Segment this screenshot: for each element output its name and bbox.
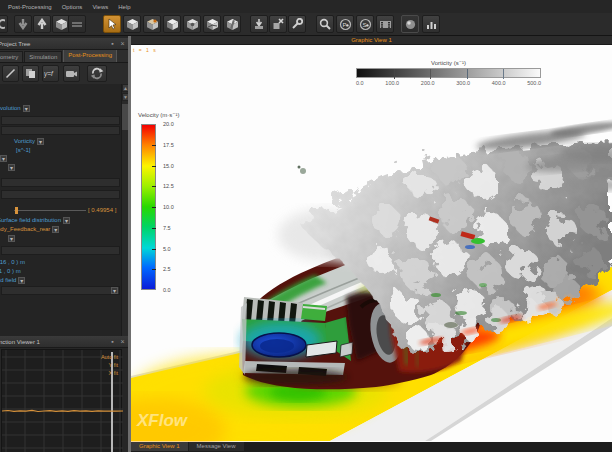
vorticity-colorbar [356, 68, 541, 78]
vel-tick: 17.5 [163, 142, 174, 148]
velocity-legend: Velocity (m·s⁻¹) 20.0 17.5 15.0 12.5 10.… [138, 111, 180, 118]
chart-view-icon[interactable] [422, 15, 440, 33]
chevron-down-icon[interactable]: ▾ [52, 226, 59, 233]
vel-tick: 15.0 [163, 163, 174, 169]
svg-text:y=f: y=f [44, 70, 54, 78]
tab-message-view[interactable]: Message View [189, 442, 244, 451]
vel-tick: 10.0 [163, 204, 174, 210]
vel-tick: 2.5 [163, 266, 171, 272]
chevron-down-icon[interactable]: ▾ [18, 277, 25, 284]
menu-views[interactable]: Views [92, 4, 108, 10]
post-processing-tree: Evolution▾ Vorticity▾ [s^-1] ▾ ▾ [ 0.499… [0, 84, 121, 336]
probe-s-icon[interactable]: S [356, 15, 374, 33]
velocity-legend-title: Velocity (m·s⁻¹) [138, 111, 180, 118]
svg-text:P: P [342, 21, 346, 27]
vort-tick: 0.0 [356, 80, 364, 86]
panel-tabs: Geometry Simulation Post-Processing [0, 50, 128, 63]
tree-item-body-feedback[interactable]: Body_Feedback_rear▾ [0, 225, 121, 234]
panel-toolbar: y=f [0, 63, 128, 85]
refresh-icon[interactable] [87, 65, 107, 82]
vorticity-legend: Vorticity (s⁻¹) 0.0 100.0 200.0 300.0 40… [356, 59, 541, 86]
menu-options[interactable]: Options [62, 4, 83, 10]
gear-icon[interactable] [0, 15, 8, 33]
probe-p-icon[interactable]: P [336, 15, 354, 33]
menu-bar: Post-Processing Options Views Help [0, 0, 612, 13]
tree-item-3dfield[interactable]: 3d field▾ [0, 276, 121, 285]
tab-post-processing[interactable]: Post-Processing [63, 50, 117, 62]
slider-row: [ 0.49954 ] [0, 206, 121, 215]
plot-legend-2[interactable]: Y fit [109, 362, 118, 368]
vort-tick: 500.0 [527, 80, 541, 86]
cube-volume-icon[interactable] [183, 15, 201, 33]
tab-geometry[interactable]: Geometry [0, 51, 23, 62]
graphic-view-titlebar: Graphic View 1 [131, 36, 612, 45]
tree-combobox[interactable]: ▾ [1, 286, 120, 295]
box-delete-icon[interactable] [269, 15, 287, 33]
cube-surface-icon[interactable] [163, 15, 181, 33]
film-icon[interactable] [376, 15, 394, 33]
vel-tick: 7.5 [163, 225, 171, 231]
chevron-down-icon[interactable]: ▾ [23, 105, 30, 112]
pin-icon[interactable]: ▪ [109, 40, 116, 47]
cube-section-icon[interactable] [223, 15, 241, 33]
arrow-down-icon[interactable] [14, 15, 32, 33]
tree-dropdown[interactable]: ▾ [0, 154, 121, 163]
arrow-up-icon[interactable] [33, 15, 51, 33]
vort-tick: 200.0 [421, 80, 435, 86]
tree-field[interactable] [1, 190, 120, 199]
tree-field[interactable] [1, 178, 120, 187]
tree-field[interactable] [1, 116, 120, 125]
vel-tick: 20.0 [163, 121, 174, 127]
pencil-icon[interactable] [2, 65, 19, 82]
vel-tick: 0.0 [163, 287, 171, 293]
box-import-icon[interactable] [250, 15, 268, 33]
cube-stream-icon[interactable] [203, 15, 221, 33]
function-viewer-title: Function Viewer 1 [0, 339, 40, 345]
save-icon[interactable] [68, 15, 86, 33]
close-icon[interactable]: × [119, 40, 126, 47]
function-viewer-header: Function Viewer 1 ▪ × [0, 336, 128, 348]
close-icon[interactable]: × [119, 338, 126, 345]
function-icon[interactable]: y=f [42, 65, 59, 82]
slider-handle [15, 207, 18, 214]
tree-dropdown[interactable]: ▾ [6, 234, 121, 243]
tree-dropdown[interactable]: ▾ [6, 163, 121, 172]
tab-graphic-view[interactable]: Graphic View 1 [131, 442, 188, 451]
svg-text:S: S [362, 21, 366, 27]
magnifier-icon[interactable] [316, 15, 334, 33]
plot-line [2, 410, 123, 411]
tree-item-evolution[interactable]: Evolution▾ [0, 104, 121, 113]
cursor-select-icon[interactable] [103, 15, 121, 33]
xflow-watermark: XFlow [137, 411, 187, 431]
tree-item-vorticity[interactable]: Vorticity▾ [14, 137, 121, 146]
slider-value: [ 0.49954 ] [88, 206, 116, 215]
pages-icon[interactable] [22, 65, 39, 82]
menu-post-processing[interactable]: Post-Processing [8, 4, 52, 10]
pin-icon[interactable]: ▪ [109, 338, 116, 345]
cube-cutplane-icon[interactable] [143, 15, 161, 33]
tree-item-coord1: ( 0.16 , 0 ) m [0, 258, 121, 267]
tree-field[interactable] [1, 246, 120, 255]
plot-legend-1[interactable]: Auto fit [101, 354, 118, 360]
function-plot[interactable] [1, 349, 122, 452]
vorticity-legend-title: Vorticity (s⁻¹) [356, 59, 541, 66]
sphere-view-icon[interactable] [401, 15, 419, 33]
graphic-view-canvas[interactable]: t = 1 s Vorticity (s⁻¹) 0.0 100.0 200.0 … [131, 45, 612, 442]
project-tree-header: Project Tree ▪ × [0, 38, 128, 50]
menu-help[interactable]: Help [118, 4, 130, 10]
chevron-down-icon[interactable]: ▾ [63, 217, 70, 224]
cube-iso-icon[interactable] [123, 15, 141, 33]
plot-legend-3[interactable]: X fit [109, 370, 118, 376]
chevron-down-icon[interactable]: ▾ [37, 138, 44, 145]
wrench-icon[interactable] [288, 15, 306, 33]
tab-simulation[interactable]: Simulation [24, 51, 62, 62]
main-toolbar: P S [0, 13, 612, 36]
vel-tick: 12.5 [163, 183, 174, 189]
vort-tick: 100.0 [385, 80, 399, 86]
camera-icon[interactable] [63, 65, 80, 82]
tree-field[interactable] [1, 126, 120, 135]
project-tree-panel: Project Tree ▪ × Geometry Simulation Pos… [0, 36, 128, 452]
vel-tick: 5.0 [163, 246, 171, 252]
panel-scrollbar[interactable]: ▲▼ [121, 84, 128, 336]
tree-item-surface-field[interactable]: Surface field distribution▾ [0, 216, 121, 225]
